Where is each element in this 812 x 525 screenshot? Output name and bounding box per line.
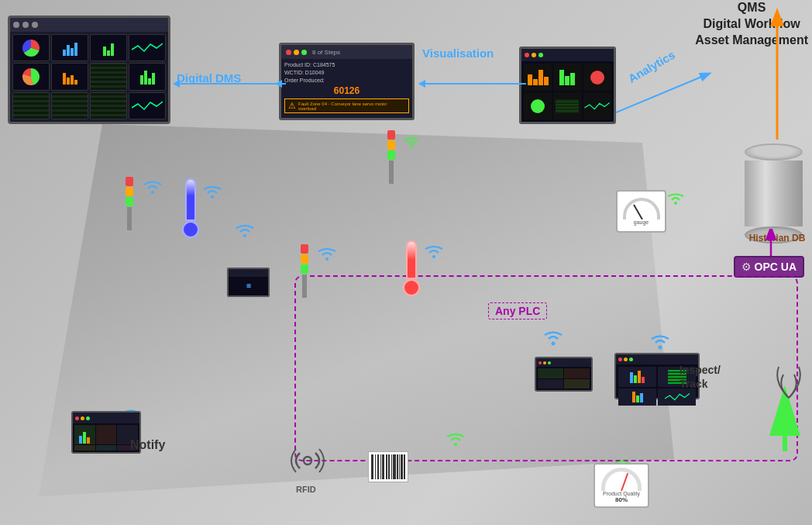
bline9 [393,454,395,479]
monitor-cell-line2 [129,92,166,119]
tower-body-3 [302,275,307,298]
ibar6 [636,395,639,402]
inspect-track-line1: Inspect/ [680,364,721,376]
any-plc-label: Any PLC [488,302,547,319]
viz-warning-row: ⚠ Fault Zone 04 - Conveyor lane servo mo… [284,98,409,113]
bline12 [401,454,402,479]
analytics-dot3 [538,53,543,57]
wifi-icon-left [141,178,164,199]
ibar1 [630,372,633,383]
ibar3 [638,371,641,383]
antenna-rings-right [769,355,808,405]
analytics-cell-green-circle [524,92,552,119]
analytics-panel [519,47,616,124]
signal-tower-mid-left [301,244,308,298]
notify-cell-4 [74,445,95,451]
notify-cell-5 [96,445,117,451]
vscreen-toolbar [536,358,591,367]
db-body [745,161,803,226]
svg-point-9 [454,443,457,446]
analytics-grid [521,61,614,122]
tower-light-green-3 [301,264,308,274]
monitor-dot-2 [22,22,29,28]
wifi-icon-thermometer-red [423,244,445,263]
pq-gauge-needle [621,473,628,491]
notify-cell-1 [74,425,95,444]
blue-thermometer [182,178,199,238]
monitor-toolbar [10,18,168,32]
analytics-cell-bar-green [553,64,581,91]
inspect-dot2 [624,357,628,361]
digital-dms-label: Digital DMS [177,71,241,85]
inspect-dot1 [618,357,622,361]
monitor-cell-bar2 [90,34,127,61]
analytics-cell-bar-orange [524,64,552,91]
tower-light-red-2 [126,177,133,186]
viz-toolbar: 8 of Steps [281,45,412,59]
arrow-head-left-viz-dms [275,80,282,88]
pq-gauge-label: Product Quality [603,491,640,496]
tower-light-red-3 [301,244,308,254]
inspect-track-label: Inspect/ Track [680,363,721,391]
monitor-cell-pie1 [12,34,50,61]
bar1 [79,436,82,444]
svg-point-2 [151,191,154,194]
viz-info-row2: WCTID: D10049 [284,70,409,75]
vs-cell1 [538,368,563,378]
analytics-arrow-svg [616,58,724,136]
wifi-green-top-center [403,136,420,154]
viz-content: Product ID: C184575 WCTID: D10049 Order … [281,59,412,116]
wifi-icon-thermometer-blue [201,185,223,203]
analytics-toolbar [521,49,614,61]
viz-order-number: 60126 [284,85,409,96]
ms-content: ⊞ [229,277,268,295]
bline10 [397,454,398,479]
therm-tube-blue [185,178,196,221]
monitor-cell-bar1 [51,34,88,61]
barcode-icon [368,451,408,482]
notify-screen-toolbar [73,413,139,423]
gauge-needle-1 [633,204,643,219]
ibar7 [640,393,643,402]
monitor-cell-line1 [129,34,166,61]
notify-dot3 [86,416,90,420]
notify-cell-2 [96,425,117,444]
gauge-arc-1 [623,198,660,219]
ms-text: ⊞ [246,283,251,289]
vs-cell3 [538,379,563,389]
svg-point-5 [432,255,435,258]
viz-product-id: Product ID: C184575 [284,62,335,67]
arrow-db-to-qms [769,8,785,147]
machine-screen-left: ⊞ [227,268,270,297]
opcua-box: ⚙ OPC UA [734,256,804,278]
viz-info-row3: Order Produced: [284,78,409,83]
viz-order-label: Order Produced: [284,78,325,83]
analytics-dot2 [532,53,536,57]
visualisation-label: Visualisation [422,47,494,60]
antenna-base [783,436,787,451]
inspect-dot3 [629,357,633,361]
opcua-gear-icon: ⚙ [741,261,752,273]
arrow-head-left-vis [418,80,425,88]
vs-cell4 [564,379,590,389]
viz-fault-text: Fault Zone 04 - Conveyor lane servo moto… [298,102,405,111]
qms-line3: Asset Management [695,33,808,49]
ibar4 [642,377,645,383]
notify-label: Notify [130,438,165,452]
bline5 [382,454,384,479]
tower-light-orange-3 [301,254,308,264]
notify-dot2 [81,416,84,420]
inspect-track-line2: Track [680,378,708,390]
bline6 [386,454,387,479]
monitor-cell-table2 [12,92,50,119]
bline8 [391,454,392,479]
inspect-line-chart [662,392,693,402]
monitor-cell-bar3 [51,63,88,90]
gauge-top-right: gauge [616,190,666,233]
bline1 [371,454,373,479]
viz-dot-red [286,50,291,55]
qms-header: QMS Digital Workflow Asset Management [695,0,808,48]
bar3 [87,437,90,444]
monitor-cell-table4 [90,92,127,119]
monitor-dot-3 [32,22,38,28]
